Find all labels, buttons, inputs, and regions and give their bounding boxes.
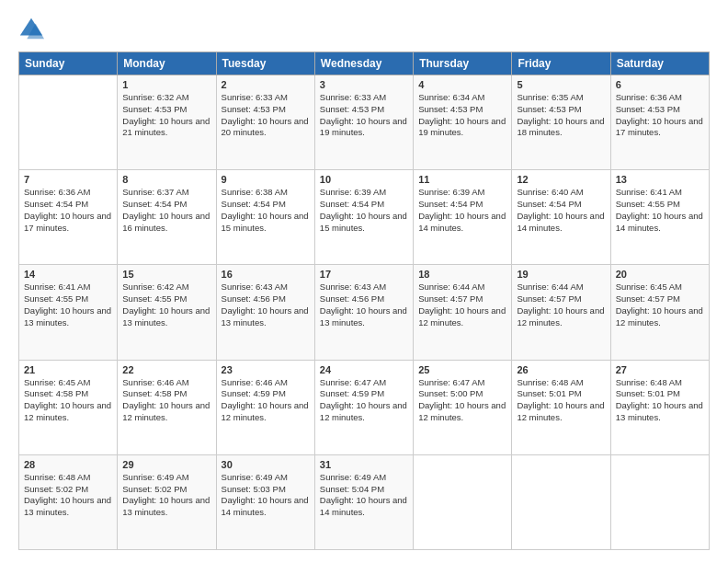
day-number: 7 (24, 174, 112, 185)
day-cell-18: 18Sunrise: 6:44 AMSunset: 4:57 PMDayligh… (414, 265, 512, 360)
day-info: Sunrise: 6:37 AMSunset: 4:54 PMDaylight:… (122, 187, 210, 234)
day-number: 29 (122, 459, 210, 470)
day-cell-27: 27Sunrise: 6:48 AMSunset: 5:01 PMDayligh… (610, 360, 709, 454)
day-info: Sunrise: 6:49 AMSunset: 5:03 PMDaylight:… (222, 472, 310, 519)
header (18, 17, 710, 42)
empty-cell (19, 75, 118, 170)
day-number: 22 (122, 364, 210, 375)
empty-cell (512, 454, 610, 549)
day-cell-7: 7Sunrise: 6:36 AMSunset: 4:54 PMDaylight… (19, 170, 118, 265)
logo-icon (18, 17, 44, 42)
day-cell-28: 28Sunrise: 6:48 AMSunset: 5:02 PMDayligh… (19, 454, 118, 549)
day-info: Sunrise: 6:42 AMSunset: 4:55 PMDaylight:… (122, 282, 210, 328)
day-number: 21 (24, 364, 112, 375)
day-number: 12 (517, 174, 605, 185)
day-cell-14: 14Sunrise: 6:41 AMSunset: 4:55 PMDayligh… (19, 265, 118, 360)
day-cell-20: 20Sunrise: 6:45 AMSunset: 4:57 PMDayligh… (610, 265, 709, 360)
day-cell-31: 31Sunrise: 6:49 AMSunset: 5:04 PMDayligh… (314, 454, 413, 549)
day-info: Sunrise: 6:44 AMSunset: 4:57 PMDaylight:… (418, 282, 506, 328)
day-info: Sunrise: 6:48 AMSunset: 5:01 PMDaylight:… (517, 377, 605, 424)
day-cell-24: 24Sunrise: 6:47 AMSunset: 4:59 PMDayligh… (314, 360, 413, 454)
weekday-header-thursday: Thursday (414, 52, 512, 75)
weekday-header-monday: Monday (118, 52, 216, 75)
day-cell-2: 2Sunrise: 6:33 AMSunset: 4:53 PMDaylight… (216, 75, 314, 170)
day-cell-5: 5Sunrise: 6:35 AMSunset: 4:53 PMDaylight… (512, 75, 610, 170)
week-row-4: 21Sunrise: 6:45 AMSunset: 4:58 PMDayligh… (19, 360, 710, 454)
day-cell-30: 30Sunrise: 6:49 AMSunset: 5:03 PMDayligh… (216, 454, 314, 549)
day-cell-23: 23Sunrise: 6:46 AMSunset: 4:59 PMDayligh… (216, 360, 314, 454)
day-number: 3 (320, 79, 408, 90)
day-cell-26: 26Sunrise: 6:48 AMSunset: 5:01 PMDayligh… (512, 360, 610, 454)
day-number: 17 (320, 269, 408, 280)
logo (18, 17, 48, 42)
day-number: 24 (320, 364, 408, 375)
day-number: 5 (517, 79, 605, 90)
day-info: Sunrise: 6:45 AMSunset: 4:58 PMDaylight:… (24, 377, 112, 424)
day-number: 31 (320, 459, 408, 470)
day-info: Sunrise: 6:46 AMSunset: 4:58 PMDaylight:… (122, 377, 210, 424)
day-info: Sunrise: 6:49 AMSunset: 5:04 PMDaylight:… (320, 472, 408, 519)
calendar-table: SundayMondayTuesdayWednesdayThursdayFrid… (18, 52, 710, 550)
day-number: 19 (517, 269, 605, 280)
day-info: Sunrise: 6:34 AMSunset: 4:53 PMDaylight:… (418, 92, 506, 139)
weekday-header-row: SundayMondayTuesdayWednesdayThursdayFrid… (19, 52, 710, 75)
weekday-header-wednesday: Wednesday (314, 52, 413, 75)
weekday-header-tuesday: Tuesday (216, 52, 314, 75)
day-number: 15 (122, 269, 210, 280)
day-number: 18 (418, 269, 506, 280)
day-number: 1 (122, 79, 210, 90)
day-number: 28 (24, 459, 112, 470)
day-info: Sunrise: 6:36 AMSunset: 4:54 PMDaylight:… (24, 187, 112, 234)
day-info: Sunrise: 6:40 AMSunset: 4:54 PMDaylight:… (517, 187, 605, 234)
day-cell-22: 22Sunrise: 6:46 AMSunset: 4:58 PMDayligh… (118, 360, 216, 454)
day-info: Sunrise: 6:39 AMSunset: 4:54 PMDaylight:… (320, 187, 408, 234)
day-cell-1: 1Sunrise: 6:32 AMSunset: 4:53 PMDaylight… (118, 75, 216, 170)
week-row-3: 14Sunrise: 6:41 AMSunset: 4:55 PMDayligh… (19, 265, 710, 360)
day-cell-12: 12Sunrise: 6:40 AMSunset: 4:54 PMDayligh… (512, 170, 610, 265)
day-info: Sunrise: 6:47 AMSunset: 5:00 PMDaylight:… (418, 377, 506, 424)
day-cell-6: 6Sunrise: 6:36 AMSunset: 4:53 PMDaylight… (610, 75, 709, 170)
day-info: Sunrise: 6:41 AMSunset: 4:55 PMDaylight:… (24, 282, 112, 328)
week-row-5: 28Sunrise: 6:48 AMSunset: 5:02 PMDayligh… (19, 454, 710, 549)
day-number: 26 (517, 364, 605, 375)
day-cell-4: 4Sunrise: 6:34 AMSunset: 4:53 PMDaylight… (414, 75, 512, 170)
day-cell-21: 21Sunrise: 6:45 AMSunset: 4:58 PMDayligh… (19, 360, 118, 454)
day-cell-17: 17Sunrise: 6:43 AMSunset: 4:56 PMDayligh… (314, 265, 413, 360)
day-cell-15: 15Sunrise: 6:42 AMSunset: 4:55 PMDayligh… (118, 265, 216, 360)
day-info: Sunrise: 6:48 AMSunset: 5:02 PMDaylight:… (24, 472, 112, 519)
week-row-2: 7Sunrise: 6:36 AMSunset: 4:54 PMDaylight… (19, 170, 710, 265)
day-info: Sunrise: 6:44 AMSunset: 4:57 PMDaylight:… (517, 282, 605, 328)
week-row-1: 1Sunrise: 6:32 AMSunset: 4:53 PMDaylight… (19, 75, 710, 170)
day-info: Sunrise: 6:33 AMSunset: 4:53 PMDaylight:… (320, 92, 408, 139)
weekday-header-friday: Friday (512, 52, 610, 75)
day-number: 4 (418, 79, 506, 90)
day-info: Sunrise: 6:49 AMSunset: 5:02 PMDaylight:… (122, 472, 210, 519)
day-cell-8: 8Sunrise: 6:37 AMSunset: 4:54 PMDaylight… (118, 170, 216, 265)
day-cell-16: 16Sunrise: 6:43 AMSunset: 4:56 PMDayligh… (216, 265, 314, 360)
day-cell-9: 9Sunrise: 6:38 AMSunset: 4:54 PMDaylight… (216, 170, 314, 265)
day-info: Sunrise: 6:38 AMSunset: 4:54 PMDaylight:… (222, 187, 310, 234)
day-number: 11 (418, 174, 506, 185)
day-number: 13 (616, 174, 704, 185)
day-cell-10: 10Sunrise: 6:39 AMSunset: 4:54 PMDayligh… (314, 170, 413, 265)
day-number: 25 (418, 364, 506, 375)
empty-cell (414, 454, 512, 549)
day-info: Sunrise: 6:32 AMSunset: 4:53 PMDaylight:… (122, 92, 210, 139)
day-number: 8 (122, 174, 210, 185)
day-number: 2 (222, 79, 310, 90)
day-info: Sunrise: 6:36 AMSunset: 4:53 PMDaylight:… (616, 92, 704, 139)
day-number: 30 (222, 459, 310, 470)
page: SundayMondayTuesdayWednesdayThursdayFrid… (0, 0, 728, 563)
day-info: Sunrise: 6:47 AMSunset: 4:59 PMDaylight:… (320, 377, 408, 424)
day-cell-25: 25Sunrise: 6:47 AMSunset: 5:00 PMDayligh… (414, 360, 512, 454)
day-cell-11: 11Sunrise: 6:39 AMSunset: 4:54 PMDayligh… (414, 170, 512, 265)
day-info: Sunrise: 6:43 AMSunset: 4:56 PMDaylight:… (222, 282, 310, 328)
day-info: Sunrise: 6:45 AMSunset: 4:57 PMDaylight:… (616, 282, 704, 328)
weekday-header-saturday: Saturday (610, 52, 709, 75)
day-cell-13: 13Sunrise: 6:41 AMSunset: 4:55 PMDayligh… (610, 170, 709, 265)
day-number: 23 (222, 364, 310, 375)
day-info: Sunrise: 6:41 AMSunset: 4:55 PMDaylight:… (616, 187, 704, 234)
day-number: 16 (222, 269, 310, 280)
day-number: 20 (616, 269, 704, 280)
weekday-header-sunday: Sunday (19, 52, 118, 75)
